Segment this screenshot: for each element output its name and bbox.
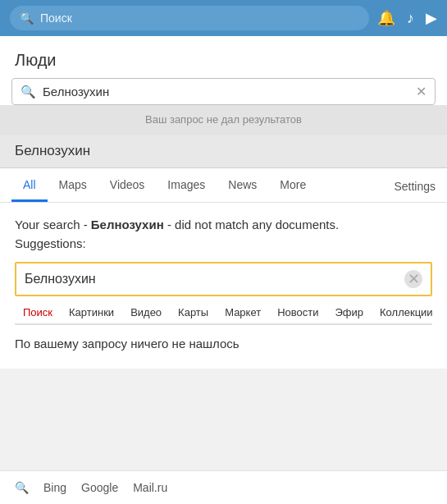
- yandex-clear-button[interactable]: ✕: [404, 270, 422, 288]
- no-match-pre: Your search -: [15, 218, 91, 231]
- bell-icon[interactable]: 🔔: [377, 9, 395, 27]
- yandex-search-bar[interactable]: Белнозухин ✕: [15, 262, 432, 296]
- people-no-results: Ваш запрос не дал результатов: [0, 105, 447, 134]
- result-bar-text: Белнозухин: [15, 143, 90, 158]
- people-search-icon: 🔍: [21, 85, 36, 99]
- top-bar-icons: 🔔 ♪ ▶: [377, 9, 437, 27]
- yandex-nav-maps[interactable]: Карты: [170, 303, 217, 323]
- engine-bing[interactable]: Bing: [43, 481, 66, 494]
- people-panel: Люди 🔍 Белнозухин ✕ Ваш запрос не дал ре…: [0, 36, 447, 135]
- tab-all[interactable]: All: [11, 168, 48, 202]
- tab-videos[interactable]: Videos: [98, 168, 157, 202]
- engines-bar: 🔍 Bing Google Mail.ru: [0, 470, 447, 504]
- yandex-no-results: По вашему запросу ничего не нашлось: [15, 325, 432, 359]
- yandex-nav-market[interactable]: Маркет: [217, 303, 269, 323]
- engine-google[interactable]: Google: [81, 481, 118, 494]
- yandex-nav: Поиск Картинки Видео Карты Маркет Новост…: [15, 296, 432, 325]
- engines-search-icon: 🔍: [15, 481, 29, 494]
- yandex-search-input[interactable]: Белнозухин: [25, 272, 404, 286]
- no-match-message: Your search - Белнозухин - did not match…: [15, 218, 432, 231]
- people-no-results-text: Ваш запрос не дал результатов: [145, 113, 302, 126]
- yandex-nav-news[interactable]: Новости: [269, 303, 326, 323]
- tab-settings[interactable]: Settings: [394, 170, 436, 201]
- no-match-post: - did not match any documents.: [164, 218, 339, 231]
- people-search-value: Белнозухин: [43, 85, 416, 99]
- tab-more[interactable]: More: [268, 168, 317, 202]
- yandex-nav-video[interactable]: Видео: [122, 303, 170, 323]
- yandex-nav-search[interactable]: Поиск: [15, 303, 61, 325]
- top-search-text: Поиск: [40, 11, 72, 25]
- top-search-box[interactable]: 🔍 Поиск: [10, 6, 369, 30]
- yandex-nav-efir[interactable]: Эфир: [327, 303, 372, 323]
- top-bar: 🔍 Поиск 🔔 ♪ ▶: [0, 0, 447, 36]
- music-icon[interactable]: ♪: [407, 10, 414, 27]
- yandex-nav-collections[interactable]: Коллекции: [372, 303, 432, 323]
- engine-mailru[interactable]: Mail.ru: [133, 481, 167, 494]
- people-title: Люди: [0, 36, 447, 78]
- yandex-no-results-text: По вашему запросу ничего не нашлось: [15, 337, 239, 351]
- main-content: Your search - Белнозухин - did not match…: [0, 203, 447, 369]
- people-search-box[interactable]: 🔍 Белнозухин ✕: [11, 78, 436, 105]
- play-icon[interactable]: ▶: [426, 9, 437, 27]
- suggestions-label: Suggestions:: [15, 236, 432, 250]
- tab-news[interactable]: News: [217, 168, 268, 202]
- result-bar: Белнозухин: [0, 135, 447, 168]
- no-match-term: Белнозухин: [91, 218, 164, 231]
- search-icon: 🔍: [20, 11, 34, 25]
- tabs-row: All Maps Videos Images News More Setting…: [0, 168, 447, 203]
- yandex-nav-images[interactable]: Картинки: [61, 303, 122, 323]
- people-search-clear-button[interactable]: ✕: [416, 84, 426, 99]
- tab-maps[interactable]: Maps: [48, 168, 98, 202]
- tab-images[interactable]: Images: [156, 168, 217, 202]
